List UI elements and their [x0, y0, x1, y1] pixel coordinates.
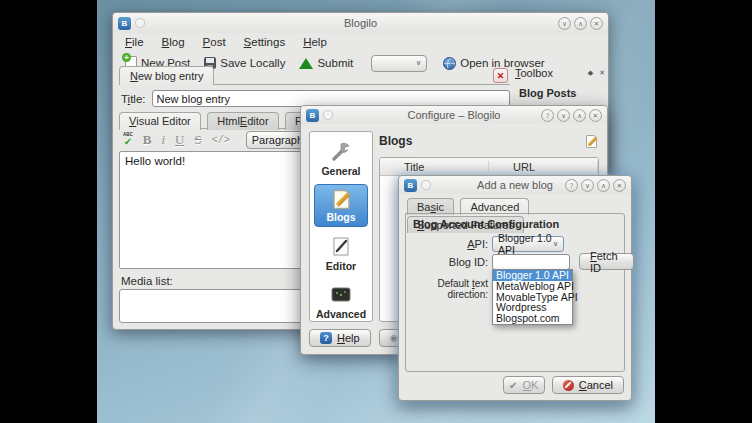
editor-paper-icon	[329, 235, 353, 259]
configure-sidebar: General Blogs Editor	[309, 131, 373, 322]
maximize-icon[interactable]: ∧	[573, 109, 586, 122]
cancel-button[interactable]: Cancel	[552, 376, 624, 394]
float-panel-icon[interactable]: ◆	[588, 69, 593, 77]
configure-titlebar[interactable]: B Configure – Blogilo ? ∨ ∧ ✕	[301, 106, 607, 124]
fetch-id-button[interactable]: Fetch ID	[579, 253, 634, 270]
advanced-tab-panel: Blog Account Configuration API: Blogger …	[405, 213, 625, 372]
menu-help[interactable]: Help	[303, 36, 327, 48]
note-pencil-icon	[330, 188, 353, 211]
help-icon[interactable]: ?	[541, 109, 554, 122]
screen: B Blogilo ∨ ∧ ✕ File Blog Post Settings …	[0, 0, 752, 423]
page-title: Blogs	[379, 134, 412, 148]
help-icon: ?	[320, 332, 332, 344]
main-titlebar[interactable]: B Blogilo ∨ ∧ ✕	[113, 13, 608, 33]
spellcheck-icon[interactable]: ABC ✓	[123, 133, 133, 147]
close-panel-icon[interactable]: ✕	[599, 69, 605, 77]
sidebar-item-general[interactable]: General	[314, 136, 368, 180]
sidebar-item-advanced[interactable]: Advanced	[314, 279, 368, 323]
wrench-icon: ◉	[390, 333, 398, 343]
wrench-icon	[329, 140, 353, 164]
menu-post[interactable]: Post	[203, 36, 226, 48]
menubar: File Blog Post Settings Help	[113, 33, 608, 50]
sidebar-item-blogs[interactable]: Blogs	[314, 184, 368, 227]
maximize-icon[interactable]: ∧	[597, 179, 610, 192]
italic-icon[interactable]: i	[161, 132, 165, 148]
ok-button[interactable]: ✔ OK	[503, 376, 545, 394]
menu-settings[interactable]: Settings	[244, 36, 286, 48]
minimize-icon[interactable]: ∨	[581, 179, 594, 192]
title-label: Title:	[121, 93, 146, 105]
desktop-wallpaper: B Blogilo ∨ ∧ ✕ File Blog Post Settings …	[97, 0, 655, 423]
edit-blog-icon[interactable]	[584, 134, 599, 149]
bold-icon[interactable]: B	[143, 132, 152, 148]
code-icon[interactable]: </>	[212, 135, 230, 146]
menu-file[interactable]: File	[125, 36, 144, 48]
menu-blog[interactable]: Blog	[162, 36, 185, 48]
add-blog-dialog: B Add a new blog ? ∨ ∧ ✕ Basic Advanced …	[398, 175, 632, 401]
minimize-icon[interactable]: ∨	[558, 17, 571, 30]
close-icon[interactable]: ✕	[589, 109, 602, 122]
underline-icon[interactable]: U	[175, 132, 184, 148]
column-header-title[interactable]: Title	[380, 161, 489, 173]
terminal-icon	[329, 283, 353, 307]
tab-html-editor[interactable]: Html Editor	[207, 112, 278, 130]
add-blog-titlebar[interactable]: B Add a new blog ? ∨ ∧ ✕	[399, 176, 631, 194]
api-label: API:	[410, 238, 488, 250]
help-icon[interactable]: ?	[565, 179, 578, 192]
minimize-icon[interactable]: ∨	[557, 109, 570, 122]
sidebar-item-editor[interactable]: Editor	[314, 231, 368, 275]
dropdown-option[interactable]: Blogspot.com	[493, 313, 572, 324]
chevron-down-icon: ∨	[553, 240, 558, 248]
help-button[interactable]: ? Help	[309, 329, 371, 347]
column-header-url[interactable]: URL	[489, 161, 598, 173]
window-title: Blogilo	[113, 17, 608, 29]
close-icon[interactable]: ✕	[613, 179, 626, 192]
blog-posts-heading: Blog Posts	[519, 87, 605, 99]
toolbox-title: Toolbox	[515, 67, 553, 79]
tab-new-blog-entry[interactable]: New blog entry	[119, 66, 214, 85]
api-dropdown-list: Blogger 1.0 API MetaWeblog API MovableTy…	[492, 269, 573, 325]
maximize-icon[interactable]: ∧	[574, 17, 587, 30]
blog-id-input[interactable]	[492, 254, 570, 270]
text-direction-label: Default text direction:	[404, 278, 488, 300]
dropdown-option[interactable]: MetaWeblog API	[493, 281, 572, 292]
add-blog-tabbar: Basic Advanced Supported Features	[407, 197, 631, 214]
cancel-icon	[563, 380, 574, 391]
check-icon: ✔	[509, 380, 517, 391]
tab-visual-editor[interactable]: Visual Editor	[119, 112, 201, 130]
api-combobox[interactable]: Blogger 1.0 API ∨	[492, 236, 564, 252]
blog-id-label: Blog ID:	[410, 256, 488, 268]
close-tab-icon[interactable]: ✕	[493, 68, 508, 83]
strikethrough-icon[interactable]: S	[194, 132, 201, 148]
close-icon[interactable]: ✕	[590, 17, 603, 30]
section-heading: Blog Account Configuration	[413, 218, 559, 230]
entry-tabbar: New blog entry ✕	[119, 66, 510, 85]
